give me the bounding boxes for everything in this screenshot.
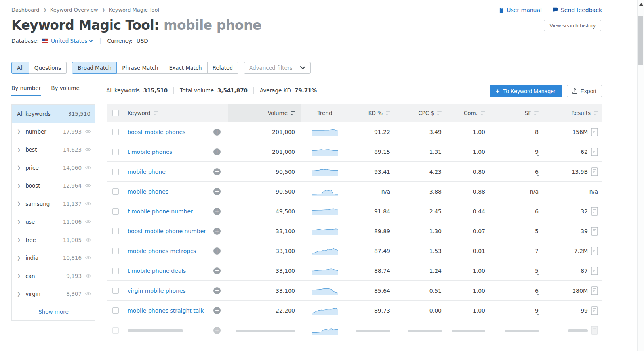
export-button[interactable]: Export bbox=[567, 85, 602, 97]
breadcrumb-keyword-overview[interactable]: Keyword Overview bbox=[50, 7, 98, 13]
sf-link[interactable]: 8 bbox=[535, 129, 539, 136]
keyword-link[interactable]: t mobile phones bbox=[128, 149, 172, 155]
scrollbar-thumb[interactable] bbox=[638, 16, 643, 65]
send-feedback-link[interactable]: Send feedback bbox=[552, 7, 602, 13]
tab-phrase-match[interactable]: Phrase Match bbox=[117, 62, 164, 74]
show-more-link[interactable]: Show more bbox=[12, 303, 95, 320]
plus-circle-icon[interactable]: + bbox=[213, 129, 221, 136]
sidebar-item-can[interactable]: ❯ can 9,193 bbox=[12, 267, 95, 285]
plus-circle-icon[interactable]: + bbox=[213, 148, 221, 155]
plus-circle-icon[interactable]: + bbox=[213, 188, 221, 195]
serp-doc-icon[interactable] bbox=[591, 167, 598, 176]
eye-icon[interactable] bbox=[85, 292, 91, 296]
sidebar-item-number[interactable]: ❯ number 17,993 bbox=[12, 123, 95, 141]
sidebar-item-samsung[interactable]: ❯ samsung 11,137 bbox=[12, 195, 95, 213]
column-header-cpc[interactable]: CPC $ bbox=[396, 104, 448, 122]
user-manual-link[interactable]: User manual bbox=[498, 7, 542, 13]
sf-link[interactable]: 5 bbox=[535, 228, 539, 235]
chevron-right-icon[interactable]: ❯ bbox=[17, 237, 21, 242]
sf-link[interactable]: 5 bbox=[535, 268, 539, 275]
tab-by-number[interactable]: By number bbox=[11, 85, 41, 96]
plus-circle-icon[interactable]: + bbox=[213, 307, 221, 314]
select-all-checkbox[interactable] bbox=[112, 110, 119, 116]
eye-icon[interactable] bbox=[85, 147, 91, 152]
column-header-kd[interactable]: KD % bbox=[349, 104, 396, 122]
view-search-history-button[interactable]: View search history bbox=[544, 20, 601, 31]
keyword-link[interactable]: t mobile phone number bbox=[128, 208, 193, 215]
vertical-scrollbar[interactable] bbox=[637, 0, 644, 351]
serp-doc-icon[interactable] bbox=[591, 286, 598, 295]
tab-questions[interactable]: Questions bbox=[29, 62, 67, 74]
tab-by-volume[interactable]: By volume bbox=[51, 85, 80, 96]
keyword-link[interactable]: mobile phones straight talk bbox=[128, 307, 204, 314]
sidebar-item-use[interactable]: ❯ use 11,006 bbox=[12, 213, 95, 231]
sidebar-item-india[interactable]: ❯ india 10,816 bbox=[12, 249, 95, 267]
plus-circle-icon[interactable]: + bbox=[213, 168, 221, 175]
column-header-results[interactable]: Results bbox=[545, 104, 602, 122]
row-checkbox[interactable] bbox=[112, 307, 119, 314]
row-checkbox[interactable] bbox=[112, 149, 119, 155]
sf-link[interactable]: 6 bbox=[535, 208, 539, 215]
eye-icon[interactable] bbox=[85, 183, 91, 188]
eye-icon[interactable] bbox=[85, 201, 91, 206]
keyword-link[interactable]: t mobile phone deals bbox=[128, 268, 186, 274]
column-header-keyword[interactable]: Keyword bbox=[124, 104, 228, 122]
row-checkbox[interactable] bbox=[112, 188, 119, 195]
column-header-sf[interactable]: SF bbox=[491, 104, 545, 122]
sidebar-item-price[interactable]: ❯ price 14,060 bbox=[12, 159, 95, 177]
keyword-link[interactable]: mobile phone bbox=[128, 169, 166, 175]
advanced-filters-dropdown[interactable]: Advanced filters bbox=[244, 62, 311, 74]
row-checkbox[interactable] bbox=[112, 169, 119, 175]
chevron-right-icon[interactable]: ❯ bbox=[17, 292, 21, 297]
plus-circle-icon[interactable]: + bbox=[213, 267, 221, 274]
row-checkbox[interactable] bbox=[112, 228, 119, 234]
sf-link[interactable]: 9 bbox=[535, 307, 539, 315]
chevron-right-icon[interactable]: ❯ bbox=[17, 129, 21, 134]
eye-icon[interactable] bbox=[85, 238, 91, 242]
serp-doc-icon[interactable] bbox=[591, 306, 598, 315]
eye-icon[interactable] bbox=[85, 255, 91, 260]
tab-broad-match[interactable]: Broad Match bbox=[72, 62, 117, 74]
plus-circle-icon[interactable]: + bbox=[213, 247, 221, 255]
sf-link[interactable]: 7 bbox=[535, 248, 539, 255]
eye-icon[interactable] bbox=[85, 219, 91, 224]
sf-link[interactable]: 6 bbox=[535, 169, 539, 176]
tab-all[interactable]: All bbox=[11, 62, 29, 74]
plus-circle-icon[interactable]: + bbox=[213, 228, 221, 235]
serp-doc-icon[interactable] bbox=[591, 207, 598, 216]
sf-link[interactable]: 9 bbox=[535, 149, 539, 156]
row-checkbox[interactable] bbox=[112, 208, 119, 215]
sidebar-item-boost[interactable]: ❯ boost 12,964 bbox=[12, 177, 95, 195]
serp-doc-icon[interactable] bbox=[591, 148, 598, 156]
eye-icon[interactable] bbox=[85, 274, 91, 278]
row-checkbox[interactable] bbox=[112, 268, 119, 274]
chevron-right-icon[interactable]: ❯ bbox=[17, 147, 21, 152]
to-keyword-manager-button[interactable]: + To Keyword Manager bbox=[490, 85, 562, 97]
breadcrumb-dashboard[interactable]: Dashboard bbox=[11, 7, 40, 13]
row-checkbox[interactable] bbox=[112, 248, 119, 254]
database-select[interactable]: United States bbox=[51, 38, 93, 44]
sidebar-item-free[interactable]: ❯ free 11,005 bbox=[12, 231, 95, 249]
eye-icon[interactable] bbox=[85, 165, 91, 170]
keyword-link[interactable]: boost mobile phones bbox=[128, 129, 185, 135]
column-header-com[interactable]: Com. bbox=[448, 104, 491, 122]
serp-doc-icon[interactable] bbox=[591, 128, 598, 136]
sidebar-item-virgin[interactable]: ❯ virgin 8,307 bbox=[12, 285, 95, 303]
chevron-right-icon[interactable]: ❯ bbox=[17, 273, 21, 278]
keyword-link[interactable]: virgin mobile phones bbox=[128, 288, 186, 294]
row-checkbox[interactable] bbox=[112, 288, 119, 294]
chevron-right-icon[interactable]: ❯ bbox=[17, 201, 21, 206]
keyword-link[interactable]: boost mobile phone number bbox=[128, 228, 206, 234]
chevron-right-icon[interactable]: ❯ bbox=[17, 255, 21, 261]
serp-doc-icon[interactable] bbox=[591, 247, 598, 255]
scroll-up-arrow-icon[interactable] bbox=[639, 3, 643, 6]
serp-doc-icon[interactable] bbox=[591, 227, 598, 236]
keyword-link[interactable]: mobile phones metropcs bbox=[128, 248, 196, 254]
sidebar-item-best[interactable]: ❯ best 14,623 bbox=[12, 141, 95, 159]
eye-icon[interactable] bbox=[85, 129, 91, 134]
chevron-right-icon[interactable]: ❯ bbox=[17, 183, 21, 188]
serp-doc-icon[interactable] bbox=[591, 267, 598, 275]
chevron-right-icon[interactable]: ❯ bbox=[17, 219, 21, 224]
chevron-right-icon[interactable]: ❯ bbox=[17, 165, 21, 170]
plus-circle-icon[interactable]: + bbox=[213, 287, 221, 294]
